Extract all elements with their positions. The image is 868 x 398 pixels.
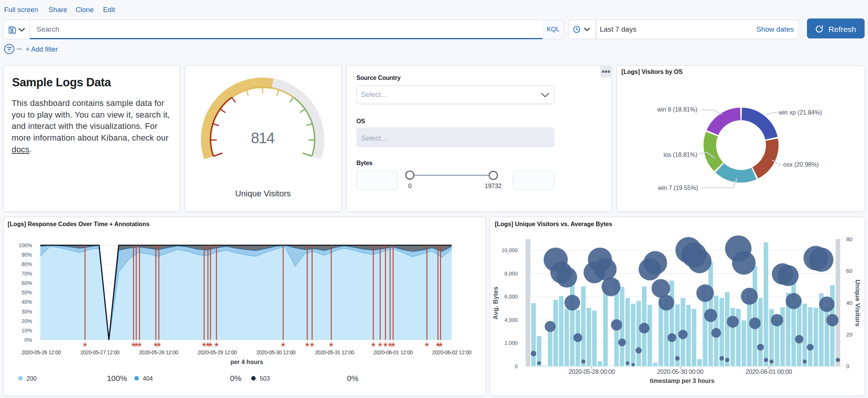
svg-text:0%: 0% [347,374,358,383]
svg-text:20: 20 [846,331,853,338]
svg-text:win 8 (18.81%): win 8 (18.81%) [657,106,697,113]
svg-text:per 4 hours: per 4 hours [230,359,263,365]
svg-text:100%: 100% [107,374,127,383]
svg-text:90%: 90% [21,252,32,258]
svg-text:80: 80 [846,236,853,242]
svg-text:2020-06-01 12:00: 2020-06-01 12:00 [373,349,413,355]
svg-text:2020-05-30 12:00: 2020-05-30 12:00 [256,349,296,355]
svg-text:0%: 0% [24,337,32,343]
svg-text:2020-05-31 12:00: 2020-05-31 12:00 [315,349,355,355]
svg-text:10%: 10% [21,328,32,334]
svg-text:4,000: 4,000 [504,317,518,323]
svg-text:6,000: 6,000 [504,294,518,300]
svg-text:0%: 0% [230,374,241,383]
svg-text:40%: 40% [21,299,32,305]
svg-text:100%: 100% [18,242,32,248]
svg-text:2020-05-27 12:00: 2020-05-27 12:00 [80,349,120,355]
svg-text:ios (18.81%): ios (18.81%) [663,152,697,158]
svg-text:2020-05-28 12:00: 2020-05-28 12:00 [139,349,179,355]
svg-text:0: 0 [846,363,849,369]
svg-text:40: 40 [846,300,853,306]
svg-text:60%: 60% [21,280,32,286]
svg-text:2020-06-01 00:00: 2020-06-01 00:00 [746,369,792,375]
svg-text:2,000: 2,000 [504,340,518,346]
svg-text:2020-05-26 12:00: 2020-05-26 12:00 [21,349,61,355]
svg-text:503: 503 [260,375,270,382]
svg-text:2020-05-29 12:00: 2020-05-29 12:00 [197,349,237,355]
svg-text:osx (20.98%): osx (20.98%) [783,161,819,168]
svg-text:timestamp per 3 hours: timestamp per 3 hours [650,378,715,384]
svg-text:10,000: 10,000 [501,247,518,253]
svg-text:50%: 50% [21,289,32,295]
svg-text:*: * [305,340,310,352]
svg-text:60: 60 [846,268,853,274]
svg-text:win xp (21.84%): win xp (21.84%) [778,109,822,116]
svg-text:2020-05-28 00:00: 2020-05-28 00:00 [568,369,615,375]
svg-text:0: 0 [515,363,518,369]
svg-text:win 7 (19.55%): win 7 (19.55%) [657,185,698,191]
svg-text:814: 814 [251,130,275,146]
svg-text:30%: 30% [21,309,32,315]
svg-text:80%: 80% [21,261,32,267]
svg-text:2020-06-02 12:00: 2020-06-02 12:00 [432,349,472,355]
svg-text:404: 404 [143,375,153,382]
svg-text:*: * [310,340,315,352]
svg-text:Unique Visitors: Unique Visitors [854,280,861,326]
svg-text:Avg. Bytes: Avg. Bytes [492,286,499,319]
svg-text:20%: 20% [21,318,32,324]
svg-text:Unique Visitors: Unique Visitors [235,189,291,198]
svg-text:8,000: 8,000 [504,271,518,277]
svg-text:200: 200 [27,375,37,382]
svg-text:2020-05-30 00:00: 2020-05-30 00:00 [657,369,703,375]
svg-text:70%: 70% [21,271,32,277]
svg-text:*: * [425,340,429,352]
